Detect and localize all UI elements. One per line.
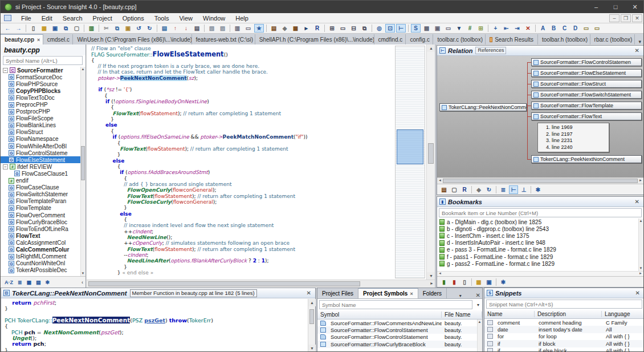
project-tab[interactable]: Project Symbols×	[358, 288, 418, 298]
snippet-row[interactable]: ifif else blockAll with { }	[484, 347, 644, 352]
symbol-tree-item[interactable]: GFlowNamespace	[1, 136, 85, 143]
bookmark-d-icon[interactable]: D	[570, 24, 580, 33]
symbol-tree-item[interactable]: GFlowElseStatement	[1, 156, 85, 163]
relation-node[interactable]: SourceFormatter::FlowControlStatemen	[531, 58, 642, 66]
favorites-icon[interactable]: ★	[254, 24, 264, 33]
scroll-up-icon[interactable]: ▲	[427, 44, 435, 52]
settings-gear-icon[interactable]: ✱	[499, 278, 508, 286]
scroll-thumb[interactable]	[443, 179, 638, 183]
close-icon[interactable]: ✕	[305, 290, 313, 296]
context-header[interactable]: ⊡ TokerCLang::PeekNextNonComment Member …	[1, 288, 315, 298]
symbol-tree-scrollbar[interactable]: ▲ ▼	[80, 67, 85, 276]
relation-node[interactable]: TokerCLang::PeekNextNonComment	[531, 155, 642, 163]
symbol-tree-item[interactable]: GFlowWhileAfterDoBl	[1, 143, 85, 149]
tree-expander-icon[interactable]: −	[3, 68, 8, 73]
toggle-bookmark-icon[interactable]: ▯	[460, 278, 469, 286]
copy-icon[interactable]: ⧉	[112, 24, 122, 33]
project-scrollbar[interactable]: ▲	[477, 319, 482, 352]
menu-window[interactable]: Window	[198, 14, 230, 23]
project-tab[interactable]: Folders	[418, 288, 447, 298]
reference-line-item[interactable]: 2. line 2197	[546, 131, 606, 138]
redo-icon[interactable]: ↻	[145, 24, 154, 33]
help-book-icon[interactable]: ▤	[269, 24, 279, 33]
tile-vertical-icon[interactable]: ▭	[338, 24, 348, 33]
symbol-tree-item[interactable]: GFlowBlankLines	[1, 122, 85, 129]
bookmark-item[interactable]: f - pass1 - FormatLine - format.c line 1…	[437, 253, 643, 260]
file-tab[interactable]: cmdsel.c	[43, 34, 74, 44]
symbol-tree-item[interactable]: GFlowTextToDoc	[1, 94, 85, 101]
relation-node[interactable]: SourceFormatter::FlowStruct	[531, 80, 642, 88]
file-tab[interactable]: toolbar.c (toolbox)	[433, 34, 485, 44]
bookmarks-header[interactable]: ▮ Bookmarks ✕	[437, 197, 643, 207]
close-button[interactable]: ✕	[625, 1, 644, 13]
bookmark-a-icon[interactable]: A	[538, 24, 548, 33]
context-code-area[interactable]: return pchFirst;} PCH TokerCLang::PeekNe…	[1, 298, 315, 352]
reference-line-item[interactable]: 1. line 1969	[546, 124, 606, 131]
symbol-tree-item[interactable]: GIsRightMLComment	[1, 253, 85, 260]
scroll-thumb[interactable]	[81, 146, 85, 180]
symbol-tree-item[interactable]: GFlowStruct	[1, 129, 85, 136]
snippets-table-header[interactable]: Name Description Language	[484, 310, 644, 319]
menu-options[interactable]: Options	[117, 14, 149, 23]
browse-project-icon[interactable]: ▦	[291, 24, 300, 33]
symbol-tree-item[interactable]: #endif	[1, 177, 85, 184]
code-editor[interactable]: // Flow an "else" clauseFLAG SourceForma…	[87, 44, 435, 288]
undo-icon[interactable]: ↺	[134, 24, 144, 33]
book-icon[interactable]: ▤	[36, 280, 41, 285]
footer-chevron-icon[interactable]: ‹	[81, 280, 83, 285]
symbol-tree-item[interactable]: GFormatSourceDoc	[1, 74, 85, 80]
symbol-window-icon[interactable]: ▥	[233, 24, 242, 33]
symbol-tree-item[interactable]: GFlowCurlyBraceBloc	[1, 219, 85, 225]
file-tab[interactable]: features-web.txt (C:\si)	[192, 34, 255, 44]
bookmark-list-icon[interactable]: ▭	[581, 24, 591, 33]
list-view-icon[interactable]: ≣	[499, 185, 508, 194]
bookmark-item[interactable]: c - InsertChm - insert.c line 1375	[437, 232, 643, 239]
add-bookmark-icon[interactable]: ▮	[439, 278, 449, 286]
scroll-up-icon[interactable]: ▲	[80, 67, 85, 72]
chevron-down-icon[interactable]: ▾	[474, 302, 482, 308]
indent-right-icon[interactable]: ⇥	[512, 24, 522, 33]
mark-selection-icon[interactable]: ▨	[218, 24, 227, 33]
column-file-name[interactable]: File Name	[442, 311, 482, 318]
mdi-minimize-button[interactable]: –	[609, 14, 619, 22]
pause-parser-icon[interactable]: ◎	[374, 24, 384, 33]
sort-az-icon[interactable]: A·Z	[5, 280, 13, 285]
file-tab[interactable]: cmdfind.c	[374, 34, 406, 44]
scroll-right-icon[interactable]: ►	[639, 179, 642, 182]
symbol-tree-item[interactable]: GTokerAtPossibleDec	[1, 267, 85, 274]
delete-lines-icon[interactable]: ✕	[523, 24, 533, 33]
project-symbol-row[interactable]: SourceFormatter::FlowControlStatementbea…	[317, 334, 482, 341]
symbol-tree-item[interactable]: GFlowPHPSource	[1, 80, 85, 87]
symbol-filter-input[interactable]	[3, 56, 83, 65]
minimize-button[interactable]: –	[586, 1, 606, 13]
list-view-icon[interactable]: ≣	[18, 280, 22, 285]
close-icon[interactable]: ✕	[474, 292, 482, 298]
project-symbol-row[interactable]: SourceFormatter::FlowCurlyBraceBlockbeau…	[317, 341, 482, 347]
snippets-header[interactable]: S Snippets ✕	[484, 288, 644, 298]
file-compare-icon[interactable]: ▣	[433, 24, 442, 33]
symbol-tree-item[interactable]: −CSourceFormatter	[1, 67, 85, 74]
snippet-filter-input[interactable]	[486, 300, 642, 309]
tab-close-icon[interactable]: ×	[410, 291, 413, 297]
symbol-s-icon[interactable]: S	[411, 24, 421, 33]
close-icon[interactable]: ✕	[634, 290, 642, 296]
menu-tools[interactable]: Tools	[149, 14, 174, 23]
column-description[interactable]: Description	[535, 311, 602, 317]
jump-down-icon[interactable]: ↓	[181, 24, 191, 33]
bottom-splitter-1[interactable]	[316, 288, 317, 352]
scroll-down-icon[interactable]: ▼	[80, 271, 85, 276]
relation-node[interactable]: SourceFormatter::FlowTemplate	[531, 102, 642, 110]
window-new-icon[interactable]: ▢	[450, 185, 459, 194]
code-minimap[interactable]	[395, 46, 425, 278]
maximize-button[interactable]: □	[606, 1, 625, 13]
relation-horizontal-scrollbar[interactable]: ◄ ►	[437, 177, 643, 184]
paste-icon[interactable]: ▣	[123, 24, 133, 33]
tile-horizontal-icon[interactable]: ⊞	[327, 24, 337, 33]
grid-icon[interactable]: ⊞	[476, 24, 486, 33]
close-icon[interactable]: ✕	[633, 47, 641, 54]
split-window-icon[interactable]: ⊟	[349, 24, 358, 33]
column-language[interactable]: Language	[602, 311, 644, 317]
column-symbol[interactable]: Symbol	[317, 311, 442, 318]
lookup-references-icon[interactable]: ▤	[160, 24, 169, 33]
snippet-row[interactable]: forfor loopAll with { }	[484, 333, 644, 340]
